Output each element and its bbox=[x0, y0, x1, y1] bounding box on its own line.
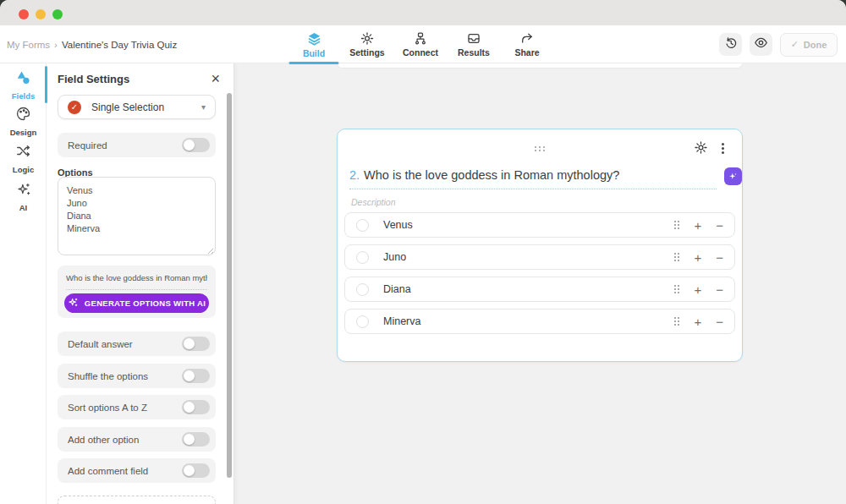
option-label[interactable]: Minerva bbox=[383, 315, 420, 327]
sidebar-item-logic[interactable]: Logic bbox=[0, 142, 47, 174]
toggle-row-label: Add comment field bbox=[68, 466, 148, 476]
left-sidebar: Fields Design Logic AI bbox=[0, 63, 47, 504]
question-number: 2. bbox=[349, 168, 360, 182]
question-gear-icon[interactable] bbox=[694, 140, 708, 158]
toggle-row-label: Sort options A to Z bbox=[68, 403, 147, 413]
radio-icon[interactable] bbox=[356, 315, 369, 328]
ai-question-preview: Who is the love goddess in Roman mytholo… bbox=[66, 273, 207, 290]
required-toggle[interactable] bbox=[182, 138, 210, 152]
option-row-juno[interactable]: Juno + − bbox=[344, 244, 735, 270]
done-button[interactable]: ✓ Done bbox=[780, 33, 838, 57]
shuffle-options-toggle[interactable] bbox=[182, 369, 210, 383]
gear-icon bbox=[360, 31, 375, 46]
chevron-down-icon: ▾ bbox=[201, 102, 206, 112]
radio-icon[interactable] bbox=[356, 219, 369, 232]
sort-options-row: Sort options A to Z bbox=[58, 395, 216, 419]
titlebar bbox=[0, 0, 846, 25]
options-textarea[interactable]: Venus Juno Diana Minerva bbox=[58, 177, 216, 255]
shuffle-icon bbox=[15, 143, 31, 162]
field-type-select[interactable]: ✓ Single Selection ▾ bbox=[58, 95, 216, 119]
option-row-venus[interactable]: Venus + − bbox=[344, 212, 735, 238]
badge-check: ✓ bbox=[71, 102, 78, 112]
zoom-window-button[interactable] bbox=[52, 9, 63, 19]
question-kebab-menu-icon[interactable] bbox=[718, 141, 728, 156]
option-label[interactable]: Juno bbox=[383, 251, 406, 263]
remove-option-icon[interactable]: − bbox=[716, 251, 723, 264]
tab-connect-label: Connect bbox=[403, 47, 438, 58]
form-canvas: 2.Who is the love goddess in Roman mytho… bbox=[234, 63, 846, 504]
add-option-icon[interactable]: + bbox=[694, 251, 701, 264]
ai-assistant-chip-button[interactable] bbox=[724, 167, 742, 185]
option-label[interactable]: Venus bbox=[383, 219, 413, 231]
palette-icon bbox=[15, 106, 31, 125]
tab-settings[interactable]: Settings bbox=[341, 25, 394, 63]
tab-results[interactable]: Results bbox=[448, 25, 501, 63]
drag-handle-icon[interactable] bbox=[531, 143, 548, 155]
sort-options-toggle[interactable] bbox=[182, 400, 210, 414]
remove-option-icon[interactable]: − bbox=[716, 219, 723, 232]
done-button-label: Done bbox=[804, 40, 827, 50]
breadcrumb-separator: › bbox=[54, 40, 58, 50]
remove-option-icon[interactable]: − bbox=[716, 283, 723, 296]
option-drag-handle-icon[interactable] bbox=[674, 253, 676, 255]
required-row: Required bbox=[58, 133, 216, 157]
field-type-value: Single Selection bbox=[91, 101, 164, 113]
tab-results-label: Results bbox=[458, 47, 490, 58]
toggle-row-label: Shuffle the options bbox=[68, 371, 148, 381]
tab-connect[interactable]: Connect bbox=[394, 25, 448, 63]
required-label: Required bbox=[68, 140, 107, 151]
sidebar-item-label: Design bbox=[10, 128, 37, 137]
generate-options-with-ai-button[interactable]: GENERATE OPTIONS WITH AI bbox=[64, 293, 209, 313]
close-icon[interactable]: × bbox=[207, 68, 223, 90]
sidebar-item-fields[interactable]: Fields bbox=[0, 68, 47, 101]
option-drag-handle-icon[interactable] bbox=[674, 285, 676, 287]
check-icon: ✓ bbox=[791, 39, 799, 50]
sidebar-item-design[interactable]: Design bbox=[0, 105, 47, 137]
previous-question-card-partial[interactable] bbox=[337, 63, 743, 68]
option-drag-handle-icon[interactable] bbox=[674, 221, 676, 222]
revision-history-button[interactable] bbox=[719, 33, 742, 56]
question-row[interactable]: 2.Who is the love goddess in Roman mytho… bbox=[349, 168, 717, 189]
single-selection-icon: ✓ bbox=[68, 101, 81, 114]
preview-form-button[interactable] bbox=[750, 33, 772, 56]
minimize-window-button[interactable] bbox=[36, 9, 46, 19]
breadcrumb-form-title: Valentine's Day Trivia Quiz bbox=[62, 40, 177, 50]
default-answer-toggle[interactable] bbox=[182, 337, 210, 351]
add-other-option-toggle[interactable] bbox=[182, 432, 210, 446]
breadcrumb-my-forms[interactable]: My Forms bbox=[7, 40, 50, 50]
option-row-minerva[interactable]: Minerva + − bbox=[344, 309, 735, 334]
fields-shapes-icon bbox=[15, 69, 31, 89]
sidebar-item-label: Fields bbox=[12, 91, 35, 101]
tab-settings-label: Settings bbox=[349, 47, 384, 58]
connect-integrations-icon bbox=[414, 31, 428, 46]
sparkle-icon bbox=[728, 169, 738, 184]
panel-scrollbar[interactable] bbox=[227, 93, 232, 478]
history-clock-icon bbox=[724, 36, 738, 53]
tab-share[interactable]: Share bbox=[501, 25, 554, 63]
breadcrumb: My Forms › Valentine's Day Trivia Quiz bbox=[7, 25, 177, 63]
add-option-icon[interactable]: + bbox=[694, 219, 701, 232]
add-comment-field-toggle[interactable] bbox=[182, 463, 210, 478]
sidebar-item-ai[interactable]: AI bbox=[0, 181, 47, 213]
question-text[interactable]: Who is the love goddess in Roman mytholo… bbox=[364, 168, 619, 182]
description-placeholder[interactable]: Description bbox=[351, 197, 396, 207]
ai-suggestion-card: Who is the love goddess in Roman mytholo… bbox=[58, 266, 216, 318]
add-option-icon[interactable]: + bbox=[694, 315, 701, 328]
add-option-icon[interactable]: + bbox=[694, 283, 701, 296]
option-row-diana[interactable]: Diana + − bbox=[344, 277, 735, 302]
remove-option-icon[interactable]: − bbox=[716, 315, 723, 328]
radio-icon[interactable] bbox=[356, 251, 369, 264]
option-drag-handle-icon[interactable] bbox=[674, 317, 676, 319]
header-actions: ✓ Done bbox=[719, 25, 838, 63]
default-answer-row: Default answer bbox=[58, 331, 216, 356]
option-label[interactable]: Diana bbox=[383, 283, 411, 295]
question-card[interactable]: 2.Who is the love goddess in Roman mytho… bbox=[337, 129, 743, 362]
app-window: My Forms › Valentine's Day Trivia Quiz B… bbox=[0, 0, 846, 504]
radio-icon[interactable] bbox=[356, 283, 369, 296]
tab-build[interactable]: Build bbox=[288, 25, 341, 63]
panel-title: Field Settings bbox=[58, 73, 129, 85]
sidebar-item-label: AI bbox=[19, 203, 28, 212]
close-window-button[interactable] bbox=[19, 9, 29, 19]
sidebar-item-label: Logic bbox=[13, 165, 34, 174]
results-inbox-icon bbox=[467, 31, 481, 46]
